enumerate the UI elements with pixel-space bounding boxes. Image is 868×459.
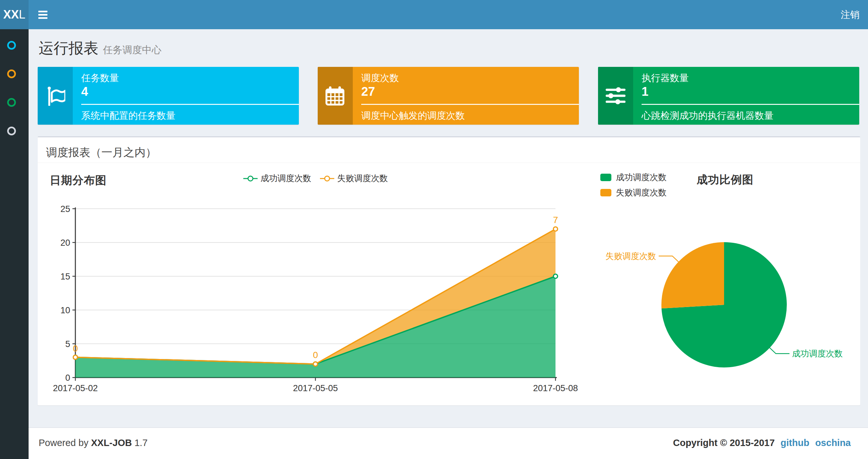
- info-box-triggers: 调度次数 27 调度中心触发的调度次数: [318, 67, 579, 125]
- pie-slice: [661, 242, 724, 308]
- panel-title: 调度报表（一月之内）: [46, 145, 157, 160]
- circle-o-icon: [7, 127, 16, 135]
- panel-header: 调度报表（一月之内）: [38, 137, 860, 163]
- svg-text:0: 0: [73, 343, 78, 354]
- swatch-icon: [600, 174, 611, 181]
- hamburger-icon: [38, 11, 48, 21]
- logo-bold: XX: [3, 8, 19, 21]
- success-ratio-pie-chart: 成功调度次数失败调度次数: [598, 214, 860, 396]
- sidebar-item-4[interactable]: [0, 115, 29, 143]
- svg-text:25: 25: [60, 204, 70, 214]
- footer-copyright: Copyright © 2015-2017githuboschina: [673, 437, 851, 448]
- legend-label: 成功调度次数: [616, 172, 666, 183]
- legend-item-success[interactable]: 成功调度次数: [600, 173, 666, 181]
- svg-text:7: 7: [553, 215, 558, 225]
- svg-text:10: 10: [60, 305, 70, 315]
- sidebar-item-1[interactable]: [0, 29, 29, 58]
- divider: [361, 104, 579, 105]
- svg-text:2017-05-08: 2017-05-08: [533, 383, 578, 393]
- line-marker-icon: [320, 175, 335, 183]
- info-box-value: 27: [361, 85, 579, 99]
- legend-label: 失败调度次数: [337, 173, 388, 184]
- app-logo[interactable]: XXL: [0, 0, 29, 29]
- circle-o-icon: [7, 69, 16, 78]
- oschina-link[interactable]: oschina: [815, 437, 851, 448]
- info-box-title: 任务数量: [81, 72, 299, 84]
- svg-text:0: 0: [65, 373, 70, 383]
- info-box-description: 系统中配置的任务数量: [81, 109, 299, 122]
- line-chart-legend: 成功调度次数 失败调度次数: [75, 173, 556, 184]
- svg-text:0: 0: [313, 350, 318, 360]
- svg-text:2017-05-05: 2017-05-05: [293, 383, 338, 393]
- legend-label: 成功调度次数: [260, 173, 311, 184]
- circle-o-icon: [7, 41, 16, 50]
- pie-chart-title: 成功比例图: [663, 172, 787, 187]
- legend-item-fail[interactable]: 失败调度次数: [320, 173, 388, 184]
- circle-o-icon: [7, 98, 16, 107]
- github-link[interactable]: github: [781, 437, 809, 448]
- divider: [642, 104, 859, 105]
- info-box-title: 执行器数量: [642, 72, 859, 84]
- info-box-executors: 执行器数量 1 心跳检测成功的执行器机器数量: [598, 67, 859, 125]
- brand-name: XXL-JOB: [91, 437, 132, 448]
- sliders-icon: [598, 67, 633, 125]
- page-subtitle: 任务调度中心: [103, 44, 161, 55]
- sidebar-item-2[interactable]: [0, 58, 29, 86]
- info-box-description: 调度中心触发的调度次数: [361, 109, 579, 122]
- legend-item-success[interactable]: 成功调度次数: [243, 173, 311, 184]
- info-box-value: 4: [81, 85, 299, 99]
- divider: [81, 104, 299, 105]
- svg-text:成功调度次数: 成功调度次数: [792, 349, 843, 358]
- svg-text:15: 15: [60, 272, 70, 282]
- info-box-title: 调度次数: [361, 72, 579, 84]
- sidebar-toggle-button[interactable]: [29, 0, 58, 29]
- logout-button[interactable]: 注销: [832, 0, 868, 29]
- date-distribution-chart: 05101520252017-05-022017-05-052017-05-08…: [38, 195, 687, 404]
- footer-powered-by: Powered by XXL-JOB 1.7: [39, 437, 148, 448]
- svg-text:5: 5: [65, 339, 70, 349]
- page-header: 运行报表任务调度中心: [39, 38, 161, 59]
- sidebar-item-3[interactable]: [0, 86, 29, 115]
- top-navbar: XXL 注销: [0, 0, 868, 29]
- svg-text:20: 20: [60, 238, 70, 248]
- footer: Powered by XXL-JOB 1.7 Copyright © 2015-…: [29, 427, 868, 459]
- logo-light: L: [19, 8, 25, 21]
- flag-icon: [38, 67, 73, 125]
- info-box-description: 心跳检测成功的执行器机器数量: [642, 109, 859, 122]
- svg-text:2017-05-02: 2017-05-02: [53, 383, 98, 393]
- page-title: 运行报表: [39, 40, 98, 57]
- calendar-icon: [318, 67, 353, 125]
- svg-text:失败调度次数: 失败调度次数: [606, 251, 656, 261]
- info-box-value: 1: [642, 85, 859, 99]
- line-marker-icon: [243, 175, 258, 183]
- sidebar: [0, 29, 29, 459]
- info-box-jobs: 任务数量 4 系统中配置的任务数量: [38, 67, 299, 125]
